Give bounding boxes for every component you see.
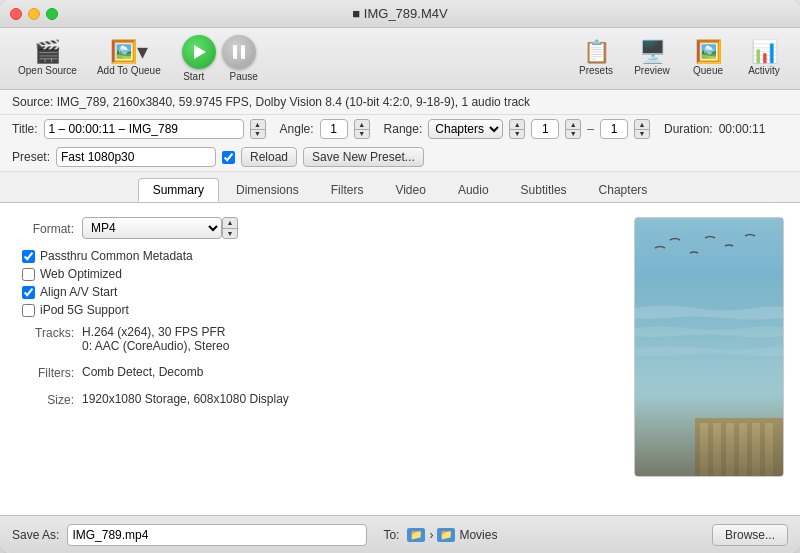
close-button[interactable] [10, 8, 22, 20]
toolbar-right: 📋 Presets 🖥️ Preview 🖼️ Queue 📊 Activity [570, 37, 790, 80]
tracks-line2: 0: AAC (CoreAudio), Stereo [82, 339, 229, 353]
passthru-row: Passthru Common Metadata [22, 249, 614, 263]
movies-folder-icon: 📁 [437, 528, 455, 542]
reload-button[interactable]: Reload [241, 147, 297, 167]
tab-subtitles[interactable]: Subtitles [506, 178, 582, 202]
minimize-button[interactable] [28, 8, 40, 20]
summary-panel: Format: MP4 ▲ ▼ Passthru Common Metadata… [16, 217, 614, 501]
tracks-row: Tracks: H.264 (x264), 30 FPS PFR 0: AAC … [16, 325, 614, 353]
size-label: Size: [16, 392, 74, 407]
range-start-down[interactable]: ▼ [566, 130, 580, 139]
browse-button[interactable]: Browse... [712, 524, 788, 546]
add-to-queue-button[interactable]: 🖼️▾ Add To Queue [89, 37, 169, 80]
main-window: ■ IMG_789.M4V 🎬 Open Source 🖼️▾ Add To Q… [0, 0, 800, 553]
window-title: ■ IMG_789.M4V [352, 6, 447, 21]
range-start-stepper[interactable]: ▲ ▼ [565, 119, 581, 139]
angle-stepper-up[interactable]: ▲ [355, 120, 369, 130]
activity-button[interactable]: 📊 Activity [738, 37, 790, 80]
open-source-button[interactable]: 🎬 Open Source [10, 37, 85, 80]
web-optimized-checkbox[interactable] [22, 268, 35, 281]
size-row: Size: 1920x1080 Storage, 608x1080 Displa… [16, 392, 614, 407]
start-button[interactable] [182, 35, 216, 69]
title-stepper-down[interactable]: ▼ [251, 130, 265, 139]
filters-value: Comb Detect, Decomb [82, 365, 203, 379]
tabs-bar: Summary Dimensions Filters Video Audio S… [0, 172, 800, 202]
tab-video[interactable]: Video [380, 178, 440, 202]
range-end-stepper[interactable]: ▲ ▼ [634, 119, 650, 139]
range-type-select[interactable]: Chapters [428, 119, 503, 139]
preview-icon: 🖥️ [639, 41, 666, 63]
align-av-checkbox[interactable] [22, 286, 35, 299]
filters-row: Filters: Comb Detect, Decomb [16, 365, 614, 380]
passthru-checkbox[interactable] [22, 250, 35, 263]
source-row: Source: IMG_789, 2160x3840, 59.9745 FPS,… [0, 90, 800, 115]
preset-checkbox[interactable] [222, 151, 235, 164]
title-input[interactable] [44, 119, 244, 139]
preset-label: Preset: [12, 150, 50, 164]
ipod-row: iPod 5G Support [22, 303, 614, 317]
maximize-button[interactable] [46, 8, 58, 20]
bottom-bar: Save As: To: 📁 › 📁 Movies Browse... [0, 515, 800, 553]
tab-summary[interactable]: Summary [138, 178, 219, 202]
range-dash: – [587, 122, 594, 136]
range-start-up[interactable]: ▲ [566, 120, 580, 130]
queue-button[interactable]: 🖼️ Queue [682, 37, 734, 80]
save-as-label: Save As: [12, 528, 59, 542]
content-area: Format: MP4 ▲ ▼ Passthru Common Metadata… [0, 202, 800, 515]
tab-dimensions[interactable]: Dimensions [221, 178, 314, 202]
format-stepper[interactable]: ▲ ▼ [222, 217, 238, 239]
open-source-label: Open Source [18, 65, 77, 76]
title-stepper[interactable]: ▲ ▼ [250, 119, 266, 139]
angle-label: Angle: [280, 122, 314, 136]
ipod-checkbox[interactable] [22, 304, 35, 317]
angle-stepper[interactable]: ▲ ▼ [354, 119, 370, 139]
angle-stepper-down[interactable]: ▼ [355, 130, 369, 139]
save-as-input[interactable] [67, 524, 367, 546]
presets-icon: 📋 [583, 41, 610, 63]
tab-audio[interactable]: Audio [443, 178, 504, 202]
duration-value: 00:00:11 [719, 122, 766, 136]
range-start-input[interactable] [531, 119, 559, 139]
range-end-input[interactable] [600, 119, 628, 139]
align-av-row: Align A/V Start [22, 285, 614, 299]
presets-button[interactable]: 📋 Presets [570, 37, 622, 80]
pause-button[interactable] [222, 35, 256, 69]
title-row: Title: ▲ ▼ Angle: ▲ ▼ Range: Chapters ▲ … [0, 115, 800, 143]
angle-input[interactable] [320, 119, 348, 139]
preset-input[interactable] [56, 147, 216, 167]
activity-icon: 📊 [751, 41, 778, 63]
range-type-stepper-down[interactable]: ▼ [510, 130, 524, 139]
format-label: Format: [16, 221, 74, 236]
preview-thumbnail [634, 217, 784, 477]
save-new-preset-button[interactable]: Save New Preset... [303, 147, 424, 167]
svg-rect-6 [739, 423, 747, 477]
tracks-line1: H.264 (x264), 30 FPS PFR [82, 325, 229, 339]
source-label: Source: [12, 95, 53, 109]
size-value: 1920x1080 Storage, 608x1080 Display [82, 392, 289, 406]
web-optimized-label: Web Optimized [40, 267, 122, 281]
preview-label: Preview [634, 65, 670, 76]
web-optimized-row: Web Optimized [22, 267, 614, 281]
format-stepper-down[interactable]: ▼ [223, 229, 237, 239]
filters-label: Filters: [16, 365, 74, 380]
tracks-value: H.264 (x264), 30 FPS PFR 0: AAC (CoreAud… [82, 325, 229, 353]
start-pause-labels: Start Pause [177, 71, 261, 82]
tab-chapters[interactable]: Chapters [584, 178, 663, 202]
start-label: Start [177, 71, 211, 82]
preview-svg [635, 218, 784, 477]
format-select[interactable]: MP4 [82, 217, 222, 239]
title-stepper-up[interactable]: ▲ [251, 120, 265, 130]
range-end-up[interactable]: ▲ [635, 120, 649, 130]
svg-rect-8 [765, 423, 773, 477]
tab-filters[interactable]: Filters [316, 178, 379, 202]
range-type-stepper-up[interactable]: ▲ [510, 120, 524, 130]
start-pause-row [182, 35, 256, 69]
range-type-stepper[interactable]: ▲ ▼ [509, 119, 525, 139]
title-field-label: Title: [12, 122, 38, 136]
preview-button[interactable]: 🖥️ Preview [626, 37, 678, 80]
format-stepper-up[interactable]: ▲ [223, 218, 237, 229]
activity-label: Activity [748, 65, 780, 76]
folder-icon: 📁 [407, 528, 425, 542]
range-end-down[interactable]: ▼ [635, 130, 649, 139]
tracks-label: Tracks: [16, 325, 74, 340]
